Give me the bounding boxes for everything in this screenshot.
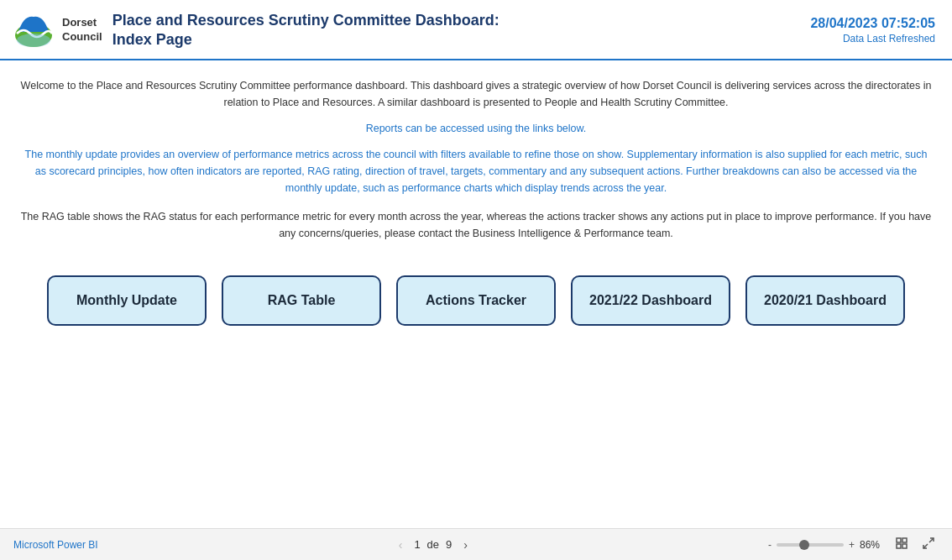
fit-page-button[interactable]	[892, 535, 912, 554]
header-right: 28/04/2023 07:52:05 Data Last Refreshed	[810, 16, 935, 44]
zoom-minus-label: -	[768, 539, 772, 551]
fullscreen-button[interactable]	[918, 535, 939, 554]
page-title-line2: Index Page	[112, 30, 500, 50]
page-separator: de	[427, 538, 439, 551]
page-current: 1	[414, 538, 420, 551]
intro-paragraph: Welcome to the Place and Resources Scrut…	[20, 77, 932, 111]
intro-text-content: Welcome to the Place and Resources Scrut…	[21, 80, 932, 108]
svg-rect-3	[902, 538, 907, 542]
nav-buttons-row: Monthly Update RAG Table Actions Tracker…	[20, 275, 932, 326]
footer-right: - + 86%	[768, 535, 939, 554]
powerbi-link[interactable]: Microsoft Power BI	[13, 539, 98, 551]
rag-text-content: The RAG table shows the RAG status for e…	[21, 211, 932, 239]
zoom-percent: 86%	[860, 539, 885, 551]
zoom-plus-label: +	[849, 539, 855, 551]
monthly-update-button[interactable]: Monthly Update	[47, 275, 207, 326]
header-left: Dorset Council Place and Resources Scrut…	[12, 8, 500, 52]
header: Dorset Council Place and Resources Scrut…	[0, 0, 952, 60]
page-navigation: ‹ 1 de 9 ›	[394, 536, 473, 553]
header-refresh-label: Data Last Refreshed	[810, 33, 935, 44]
page-total: 9	[446, 538, 452, 551]
main-content: Welcome to the Place and Resources Scrut…	[0, 60, 952, 359]
page-title-line1: Place and Resources Scrutiny Committee D…	[112, 11, 500, 30]
rag-table-button[interactable]: RAG Table	[222, 275, 381, 326]
prev-page-button[interactable]: ‹	[394, 536, 408, 553]
fit-page-icon	[895, 536, 908, 550]
dorset-council-logo	[12, 8, 55, 52]
zoom-controls: - + 86%	[768, 539, 885, 551]
footer: Microsoft Power BI ‹ 1 de 9 › - + 86%	[0, 528, 952, 560]
header-title-block: Place and Resources Scrutiny Committee D…	[112, 11, 500, 50]
monthly-description: The monthly update provides an overview …	[20, 146, 932, 196]
svg-point-1	[17, 34, 50, 47]
dashboard-2122-button[interactable]: 2021/22 Dashboard	[571, 275, 730, 326]
svg-rect-4	[897, 544, 901, 548]
svg-rect-5	[902, 544, 907, 548]
next-page-button[interactable]: ›	[458, 536, 473, 553]
header-datetime: 28/04/2023 07:52:05	[810, 16, 935, 31]
actions-tracker-button[interactable]: Actions Tracker	[396, 275, 556, 326]
org-name: Dorset Council	[62, 16, 102, 44]
zoom-slider[interactable]	[777, 543, 844, 547]
reports-link-line: Reports can be accessed using the links …	[20, 123, 932, 134]
logo-container: Dorset Council	[12, 8, 102, 52]
svg-rect-2	[897, 538, 901, 542]
rag-description: The RAG table shows the RAG status for e…	[20, 208, 932, 242]
dashboard-2021-button[interactable]: 2020/21 Dashboard	[745, 275, 905, 326]
fullscreen-icon	[922, 536, 935, 550]
